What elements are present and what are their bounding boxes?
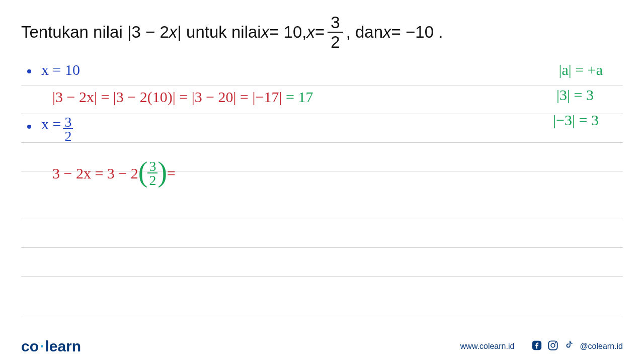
svg-rect-1 bbox=[549, 341, 557, 349]
problem-statement: Tentukan nilai |3 − 2x| untuk nilai x = … bbox=[21, 14, 623, 50]
brand-logo: co·learn bbox=[21, 338, 81, 355]
footer-url: www.colearn.id bbox=[460, 342, 515, 351]
case1-solution: |3 − 2x| = |3 − 2(10)| = |3 − 20| = |−17… bbox=[52, 88, 313, 106]
ruled-line bbox=[21, 317, 623, 317]
brand-dot-icon: · bbox=[40, 338, 44, 354]
case2-green-frac: 3 2 bbox=[147, 160, 157, 187]
paren-close-icon: ) bbox=[157, 160, 167, 185]
fraction-denominator: 2 bbox=[331, 33, 340, 50]
bullet-icon bbox=[27, 69, 31, 73]
brand-learn: learn bbox=[45, 338, 81, 354]
problem-fraction: 3 2 bbox=[328, 14, 343, 50]
case2-red-suffix: = bbox=[167, 165, 176, 182]
tiktok-icon bbox=[564, 340, 575, 353]
case2-label: x = 3 2 bbox=[41, 116, 73, 142]
case2-fraction: 3 2 bbox=[63, 116, 73, 142]
case2-work: 3 − 2x = 3 − 2 ( 3 2 ) = bbox=[52, 160, 176, 187]
case2-red-prefix: 3 − 2x = 3 − 2 bbox=[52, 165, 138, 182]
rule-1: |a| = +a bbox=[559, 61, 603, 78]
rule-2: |3| = 3 bbox=[556, 86, 594, 104]
ruled-line bbox=[21, 219, 623, 219]
ruled-line bbox=[21, 85, 623, 85]
case1-green: = 17 bbox=[282, 88, 313, 105]
bullet-icon bbox=[27, 125, 31, 129]
case2-prefix: x = bbox=[41, 116, 61, 133]
case1-label: x = 10 bbox=[41, 61, 80, 78]
svg-point-3 bbox=[555, 342, 556, 343]
problem-text-2: | untuk nilai bbox=[177, 22, 261, 43]
problem-text-3: = 10, bbox=[269, 22, 306, 43]
problem-text-4: = bbox=[315, 22, 325, 43]
social-group: @colearn.id bbox=[531, 340, 623, 353]
green-frac-num: 3 bbox=[147, 160, 157, 173]
ruled-line bbox=[21, 142, 623, 143]
social-handle: @colearn.id bbox=[580, 342, 623, 351]
problem-var-4: x bbox=[383, 22, 391, 43]
case2-frac-den: 2 bbox=[64, 129, 71, 142]
whiteboard-area: x = 10 |3 − 2x| = |3 − 2(10)| = |3 − 20|… bbox=[21, 61, 623, 333]
problem-text-1: Tentukan nilai |3 − 2 bbox=[21, 22, 169, 43]
paren-open-icon: ( bbox=[138, 160, 148, 185]
ruled-line bbox=[21, 276, 623, 277]
instagram-icon bbox=[547, 340, 558, 353]
problem-var-3: x bbox=[307, 22, 315, 43]
ruled-line bbox=[21, 114, 623, 114]
ruled-line bbox=[21, 247, 623, 248]
footer: co·learn www.colearn.id @colearn.id bbox=[0, 331, 644, 362]
rule-3: |−3| = 3 bbox=[553, 112, 599, 129]
green-frac-den: 2 bbox=[149, 173, 156, 187]
facebook-icon bbox=[531, 340, 542, 353]
case2-frac-num: 3 bbox=[63, 116, 73, 129]
brand-co: co bbox=[21, 338, 39, 354]
svg-point-2 bbox=[551, 343, 555, 347]
problem-var-1: x bbox=[169, 22, 178, 43]
problem-var-2: x bbox=[261, 22, 270, 43]
problem-text-6: = −10 . bbox=[391, 22, 443, 43]
fraction-numerator: 3 bbox=[328, 14, 343, 33]
problem-text-5: , dan bbox=[346, 22, 383, 43]
case1-red: |3 − 2x| = |3 − 2(10)| = |3 − 20| = |−17… bbox=[52, 88, 282, 105]
